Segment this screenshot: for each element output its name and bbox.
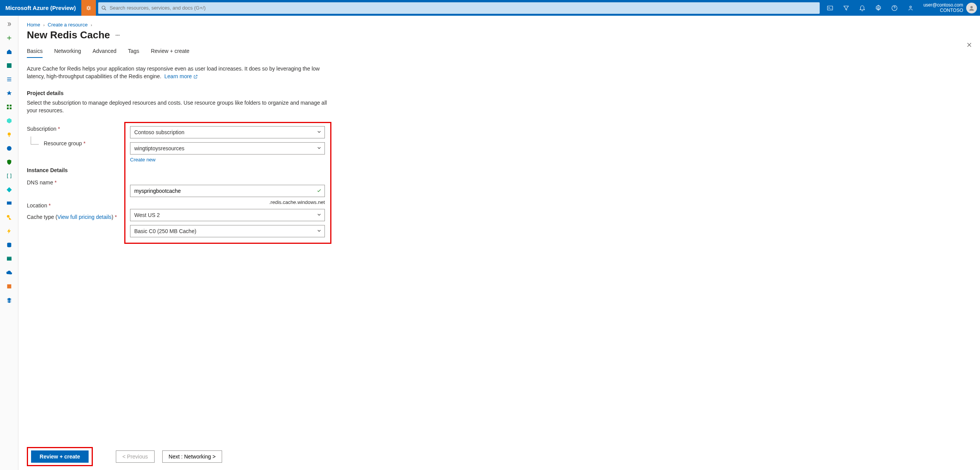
nav-key-button[interactable] xyxy=(3,211,15,223)
breadcrumb-home[interactable]: Home xyxy=(27,22,40,28)
bell-icon xyxy=(859,5,866,12)
dns-suffix: .redis.cache.windows.net xyxy=(130,199,325,205)
subscription-dropdown[interactable]: Contoso subscription xyxy=(130,126,325,138)
cache-type-dropdown[interactable]: Basic C0 (250 MB Cache) xyxy=(130,225,325,237)
chevron-down-icon xyxy=(316,212,322,217)
next-button[interactable]: Next : Networking > xyxy=(162,450,222,463)
more-button[interactable]: ··· xyxy=(115,32,120,38)
dns-name-input-wrapper xyxy=(130,185,325,197)
learn-more-link[interactable]: Learn more xyxy=(165,73,198,79)
svg-rect-14 xyxy=(7,202,12,205)
svg-rect-9 xyxy=(10,105,12,107)
dns-name-input[interactable] xyxy=(134,188,313,194)
search-input[interactable] xyxy=(110,5,820,11)
instance-details-heading: Instance Details xyxy=(27,167,126,173)
settings-button[interactable] xyxy=(870,0,886,16)
breadcrumb-create[interactable]: Create a resource xyxy=(48,22,87,28)
cloud-icon xyxy=(6,270,12,276)
breadcrumb: Home › Create a resource › xyxy=(27,22,972,28)
pricing-details-link[interactable]: View full pricing details xyxy=(57,214,111,220)
tab-networking[interactable]: Networking xyxy=(54,47,81,58)
top-bar: Microsoft Azure (Preview) user@contoso.c… xyxy=(0,0,980,16)
database-icon xyxy=(6,242,12,248)
notifications-button[interactable] xyxy=(854,0,870,16)
chevron-right-icon: › xyxy=(91,23,92,27)
tab-basics[interactable]: Basics xyxy=(27,47,43,58)
bulb-icon xyxy=(6,131,12,138)
location-value: West US 2 xyxy=(134,212,160,218)
topbar-icons xyxy=(822,0,920,16)
avatar-icon xyxy=(968,5,975,12)
review-create-button[interactable]: Review + create xyxy=(31,450,89,463)
nav-resource3-button[interactable] xyxy=(3,142,15,154)
feedback-button[interactable] xyxy=(903,0,919,16)
nav-favorites-button[interactable] xyxy=(3,87,15,99)
nav-expand-button[interactable] xyxy=(3,18,15,30)
globe-icon xyxy=(6,145,12,151)
tabs: Basics Networking Advanced Tags Review +… xyxy=(27,47,968,58)
review-button-highlight: Review + create xyxy=(27,447,93,466)
tab-review[interactable]: Review + create xyxy=(151,47,189,58)
main-content: Home › Create a resource › New Redis Cac… xyxy=(18,16,980,470)
svg-point-0 xyxy=(87,7,90,9)
question-icon xyxy=(891,5,898,12)
lightning-icon xyxy=(6,228,12,234)
nav-misc2-button[interactable] xyxy=(3,294,15,306)
chevron-down-icon xyxy=(316,145,322,151)
create-new-link[interactable]: Create new xyxy=(130,157,325,163)
nav-home-button[interactable] xyxy=(3,46,15,58)
page-title: New Redis Cache xyxy=(27,29,110,41)
diamond-icon xyxy=(6,187,12,193)
resource-group-dropdown[interactable]: wingtiptoysresources xyxy=(130,142,325,154)
close-button[interactable] xyxy=(966,42,972,49)
svg-rect-11 xyxy=(10,107,12,109)
nav-resource4-button[interactable] xyxy=(3,156,15,168)
home-icon xyxy=(6,49,12,55)
nav-storage-button[interactable] xyxy=(3,253,15,265)
close-icon xyxy=(966,42,972,48)
project-details-heading: Project details xyxy=(27,90,968,96)
cloud-shell-button[interactable] xyxy=(822,0,838,16)
nav-sql-button[interactable] xyxy=(3,239,15,251)
dashboard-icon xyxy=(6,62,12,69)
directory-filter-button[interactable] xyxy=(838,0,854,16)
brackets-icon xyxy=(6,173,12,179)
nav-resource2-button[interactable] xyxy=(3,128,15,141)
subscription-label: Subscription xyxy=(27,126,126,132)
location-dropdown[interactable]: West US 2 xyxy=(130,209,325,221)
preview-bug-button[interactable] xyxy=(81,0,96,16)
svg-point-1 xyxy=(102,6,105,9)
subscription-value: Contoso subscription xyxy=(134,129,184,135)
nav-allservices-button[interactable] xyxy=(3,101,15,113)
nav-resource1-button[interactable] xyxy=(3,115,15,127)
tab-tags[interactable]: Tags xyxy=(128,47,140,58)
nav-resource6-button[interactable] xyxy=(3,184,15,196)
svg-point-5 xyxy=(910,6,912,8)
layers-icon xyxy=(6,297,12,303)
tab-advanced[interactable]: Advanced xyxy=(92,47,116,58)
nav-create-button[interactable] xyxy=(3,32,15,44)
dns-name-label: DNS name xyxy=(27,179,126,186)
project-details-sub: Select the subscription to manage deploy… xyxy=(27,99,330,114)
gear-icon xyxy=(875,5,882,12)
filter-icon xyxy=(843,5,850,12)
shield-icon xyxy=(6,159,12,165)
nav-cloud-button[interactable] xyxy=(3,266,15,279)
account-menu[interactable]: user@contoso.com CONTOSO xyxy=(920,3,980,13)
chevron-right-icon: › xyxy=(43,23,45,27)
nav-monitor-button[interactable] xyxy=(3,197,15,210)
svg-rect-2 xyxy=(828,6,833,10)
help-button[interactable] xyxy=(886,0,903,16)
feedback-icon xyxy=(907,5,914,12)
global-search[interactable] xyxy=(98,2,820,14)
nav-resource5-button[interactable] xyxy=(3,170,15,182)
svg-point-6 xyxy=(970,6,973,8)
nav-dashboard-button[interactable] xyxy=(3,59,15,72)
avatar xyxy=(966,3,977,13)
chevrons-right-icon xyxy=(6,21,12,27)
cache-type-label: Cache type (View full pricing details) xyxy=(27,214,126,220)
nav-list-button[interactable] xyxy=(3,73,15,85)
nav-misc1-button[interactable] xyxy=(3,280,15,293)
intro-section: Azure Cache for Redis helps your applica… xyxy=(27,65,322,80)
nav-function-button[interactable] xyxy=(3,225,15,237)
